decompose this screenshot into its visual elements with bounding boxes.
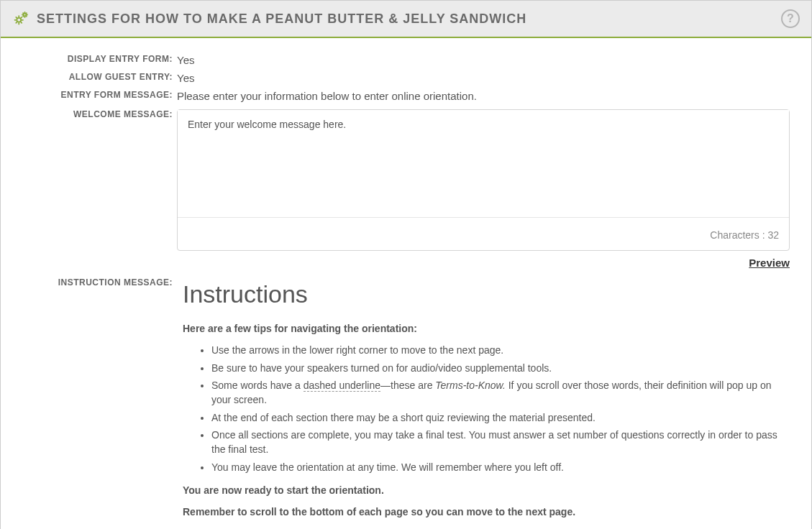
label-instruction-message: INSTRUCTION MESSAGE: xyxy=(15,276,177,288)
panel-header: SETTINGS FOR HOW TO MAKE A PEANUT BUTTER… xyxy=(1,1,811,38)
row-instruction-message: INSTRUCTION MESSAGE: Instructions Here a… xyxy=(15,276,790,529)
instruction-tip: Once all sections are complete, you may … xyxy=(211,428,784,457)
instruction-tip: At the end of each section there may be … xyxy=(211,410,784,425)
instruction-content: Instructions Here are a few tips for nav… xyxy=(177,276,790,529)
instructions-intro: Here are a few tips for navigating the o… xyxy=(183,321,784,336)
svg-point-0 xyxy=(17,18,21,22)
instructions-heading: Instructions xyxy=(183,277,784,312)
content-area: DISPLAY ENTRY FORM: Yes ALLOW GUEST ENTR… xyxy=(1,38,811,529)
preview-link[interactable]: Preview xyxy=(749,255,790,270)
label-display-entry-form: DISPLAY ENTRY FORM: xyxy=(15,52,177,64)
value-entry-form-message: Please enter your information below to e… xyxy=(177,88,790,104)
row-entry-form-message: ENTRY FORM MESSAGE: Please enter your in… xyxy=(15,88,790,104)
value-display-entry-form: Yes xyxy=(177,52,790,68)
row-display-entry-form: DISPLAY ENTRY FORM: Yes xyxy=(15,52,790,68)
settings-panel: SETTINGS FOR HOW TO MAKE A PEANUT BUTTER… xyxy=(0,0,812,529)
instructions-tips-list: Use the arrows in the lower right corner… xyxy=(183,343,784,474)
row-allow-guest-entry: ALLOW GUEST ENTRY: Yes xyxy=(15,70,790,86)
value-allow-guest-entry: Yes xyxy=(177,70,790,86)
welcome-message-box: Characters : 32 xyxy=(177,109,790,251)
welcome-message-input[interactable] xyxy=(178,110,789,218)
help-icon[interactable]: ? xyxy=(781,9,800,28)
terms-to-know: Terms-to-Know. xyxy=(435,380,506,391)
instruction-tip: Be sure to have your speakers turned on … xyxy=(211,361,784,375)
settings-gears-icon xyxy=(12,10,29,27)
label-allow-guest-entry: ALLOW GUEST ENTRY: xyxy=(15,70,177,82)
instruction-tip: You may leave the orientation at any tim… xyxy=(211,460,784,474)
label-entry-form-message: ENTRY FORM MESSAGE: xyxy=(15,88,177,100)
welcome-char-counter: Characters : 32 xyxy=(178,221,789,250)
row-welcome-message: WELCOME MESSAGE: Characters : 32 Preview xyxy=(15,108,790,273)
instruction-tip: Some words have a dashed underline—these… xyxy=(211,378,784,408)
instruction-tip: Use the arrows in the lower right corner… xyxy=(211,343,784,357)
page-title: SETTINGS FOR HOW TO MAKE A PEANUT BUTTER… xyxy=(37,12,781,27)
instructions-outro-2: Remember to scroll to the bottom of each… xyxy=(183,505,784,519)
label-welcome-message: WELCOME MESSAGE: xyxy=(15,108,177,119)
dashed-underline-term: dashed underline xyxy=(304,380,380,392)
instructions-outro-1: You are now ready to start the orientati… xyxy=(183,483,784,497)
